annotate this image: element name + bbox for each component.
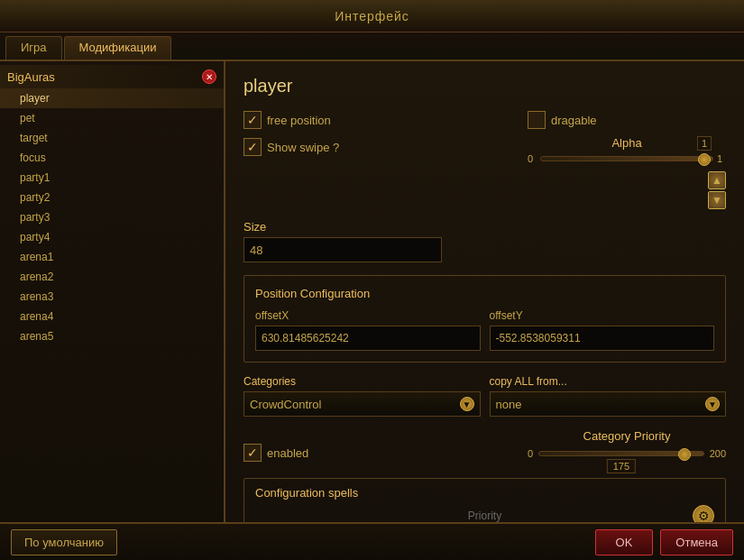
priority-slider-track[interactable]: 175	[538, 451, 704, 456]
enabled-checkbox[interactable]	[243, 444, 262, 462]
offsetY-label: offsetY	[490, 309, 715, 322]
tab-bar: Игра Модификации	[0, 32, 744, 61]
content-title: player	[243, 76, 726, 96]
size-group: Size	[243, 220, 726, 262]
sidebar-item-party3[interactable]: party3	[0, 207, 224, 227]
top-header: Интерфейс	[0, 0, 744, 32]
categories-row: Categories CrowdControl ▼ copy ALL from.…	[243, 375, 726, 417]
spells-title: Configuration spells	[255, 486, 714, 500]
priority-max: 200	[710, 448, 726, 459]
category-priority-label: Category Priority	[583, 429, 671, 443]
position-config-title: Position Configuration	[255, 287, 714, 300]
enabled-row: enabled	[243, 444, 308, 462]
offset-fields: offsetX offsetY	[255, 309, 714, 351]
sidebar-group-name: BigAuras	[7, 70, 55, 84]
category-priority-slider-row: 0 175 200	[528, 448, 726, 459]
spells-gear-button[interactable]: ⚙	[693, 505, 714, 522]
copy-all-label: copy ALL from...	[490, 375, 727, 388]
offsetX-label: offsetX	[255, 309, 481, 322]
alpha-value: 1	[697, 136, 712, 151]
sidebar-item-target[interactable]: target	[0, 128, 224, 148]
offsetY-col: offsetY	[490, 309, 715, 351]
copy-all-group: copy ALL from... none ▼	[490, 375, 727, 417]
offsetY-input[interactable]	[490, 326, 715, 351]
show-swipe-checkbox[interactable]	[243, 138, 262, 156]
default-button[interactable]: По умолчанию	[11, 529, 117, 555]
main-layout: BigAuras ✕ player pet target focus party…	[0, 61, 744, 522]
sidebar-item-arena2[interactable]: arena2	[0, 267, 224, 287]
categories-value: CrowdControl	[250, 398, 321, 411]
size-input[interactable]	[243, 237, 442, 262]
offsetX-col: offsetX	[255, 309, 481, 351]
free-position-row: free position	[243, 111, 339, 129]
sidebar-group-header[interactable]: BigAuras ✕	[0, 65, 224, 88]
tab-mods[interactable]: Модификации	[64, 36, 172, 60]
sidebar-item-party4[interactable]: party4	[0, 227, 224, 247]
alpha-slider-row: 0 1 1	[528, 153, 726, 164]
sidebar-item-arena4[interactable]: arena4	[0, 307, 224, 326]
categories-dropdown[interactable]: CrowdControl ▼	[243, 391, 481, 417]
alpha-slider-track[interactable]: 1	[540, 156, 713, 161]
free-position-label: free position	[267, 114, 331, 127]
header-title: Интерфейс	[335, 9, 409, 23]
alpha-label: Alpha	[611, 136, 641, 150]
priority-slider-thumb[interactable]	[678, 448, 691, 461]
spells-priority-label: Priority	[468, 510, 501, 522]
spells-section: Configuration spells Priority ⚙	[243, 478, 726, 522]
tab-game[interactable]: Игра	[5, 36, 62, 60]
sidebar-close-button[interactable]: ✕	[202, 69, 216, 84]
position-config-section: Position Configuration offsetX offsetY	[243, 275, 726, 363]
sidebar-item-arena5[interactable]: arena5	[0, 326, 224, 346]
ok-button[interactable]: OK	[595, 529, 654, 555]
show-swipe-label: Show swipe ?	[267, 141, 339, 154]
free-position-checkbox[interactable]	[243, 111, 262, 129]
sidebar-item-party1[interactable]: party1	[0, 168, 224, 188]
dragable-label: dragable	[551, 114, 597, 127]
bottom-bar: По умолчанию OK Отмена	[0, 522, 744, 560]
content-area: player free position Show swipe ?	[225, 61, 744, 522]
alpha-slider-thumb[interactable]: 1	[698, 153, 711, 166]
offsetX-input[interactable]	[255, 326, 481, 351]
sidebar-item-party2[interactable]: party2	[0, 188, 224, 207]
alpha-max: 1	[717, 153, 726, 164]
sidebar-item-arena3[interactable]: arena3	[0, 287, 224, 307]
alpha-section: Alpha 0 1 1	[528, 136, 726, 164]
categories-label: Categories	[243, 375, 481, 388]
sidebar-item-arena1[interactable]: arena1	[0, 247, 224, 267]
dragable-checkbox[interactable]	[528, 111, 546, 129]
priority-value: 175	[607, 459, 636, 473]
sidebar-item-pet[interactable]: pet	[0, 108, 224, 128]
sidebar: BigAuras ✕ player pet target focus party…	[0, 61, 225, 522]
enabled-label: enabled	[267, 446, 308, 460]
copy-all-arrow-icon: ▼	[705, 397, 720, 411]
cancel-button[interactable]: Отмена	[660, 529, 733, 555]
sidebar-item-player[interactable]: player	[0, 88, 224, 108]
sidebar-item-focus[interactable]: focus	[0, 148, 224, 168]
enabled-priority-row: enabled Category Priority 0 175 200	[243, 429, 726, 462]
show-swipe-row: Show swipe ?	[243, 138, 339, 156]
categories-arrow-icon: ▼	[460, 397, 474, 411]
dragable-row: dragable	[528, 111, 597, 129]
alpha-min: 0	[528, 153, 537, 164]
bottom-right-buttons: OK Отмена	[595, 529, 733, 555]
copy-all-value: none	[496, 398, 522, 411]
copy-all-dropdown[interactable]: none ▼	[490, 391, 727, 417]
up-button[interactable]: ▲	[708, 171, 726, 189]
categories-group: Categories CrowdControl ▼	[243, 375, 481, 417]
size-label: Size	[243, 220, 726, 234]
down-button[interactable]: ▼	[708, 191, 726, 209]
priority-min: 0	[528, 448, 533, 459]
